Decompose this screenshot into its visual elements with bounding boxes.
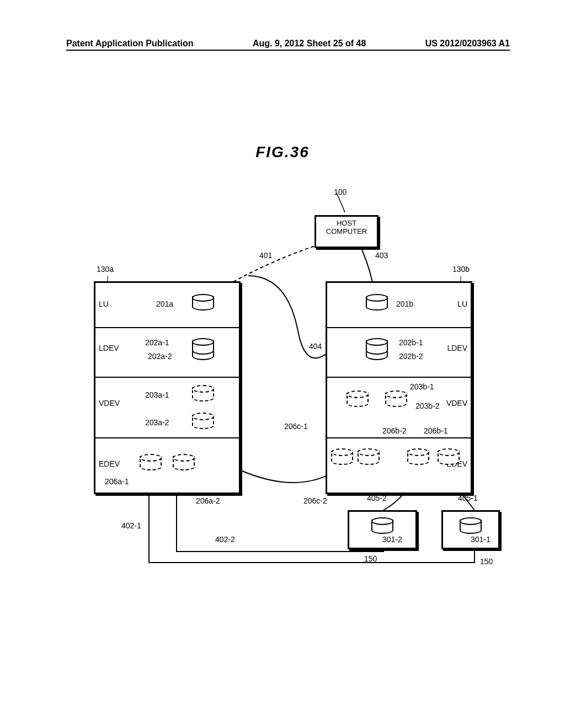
row-ldev-b: LDEV [447,344,467,352]
row-lu-a: LU [99,299,109,308]
storage-a: LU LDEV VDEV EDEV 201a 202a-1 202a-2 203… [94,281,241,494]
ext-box-1: 301-2 [348,510,417,549]
ref-130a: 130a [97,265,114,274]
ref-201b: 201b [396,299,413,308]
cyl-203a-1 [192,385,214,402]
ref-206b-1: 206b-1 [424,426,448,435]
ref-201a: 201a [156,299,173,308]
cyl-201a [192,294,214,311]
ext-box-2: 301-1 [441,510,500,549]
ref-401: 401 [259,251,272,260]
header-center: Aug. 9, 2012 Sheet 25 of 48 [253,39,366,49]
header-left: Patent Application Publication [66,39,194,49]
ref-202a-2: 202a-2 [148,352,172,361]
page-header: Patent Application Publication Aug. 9, 2… [66,50,510,61]
cyl-206a-2 [173,454,195,470]
cyl-206c-2 [358,448,380,465]
cyl-301-1 [460,517,482,534]
cyl-301-2 [371,517,393,534]
cyl-201b [366,294,388,311]
ref-402-2: 402-2 [215,535,235,544]
ref-402-1: 402-1 [121,521,141,530]
cyl-206b-1 [438,448,460,465]
header-right: US 2012/0203963 A1 [425,39,510,49]
ref-206c-2: 206c-2 [303,496,327,505]
ref-404: 404 [309,342,322,351]
ref-405-1: 405-1 [458,494,478,502]
ref-301-2: 301-2 [382,535,402,544]
diagram: 100 HOST COMPUTER 401 403 404 130a LU LD… [77,188,497,585]
figure-title: FIG.36 [0,143,565,161]
cyl-203b-2 [385,390,407,407]
host-box: HOST COMPUTER [315,215,379,248]
ref-202b-2: 202b-2 [399,352,423,361]
ref-203b-1: 203b-1 [410,382,434,391]
cyl-206b-2 [407,448,429,465]
ref-206c-1: 206c-1 [284,422,308,431]
ref-206b-2: 206b-2 [382,426,407,435]
row-edev-a: EDEV [99,459,120,468]
ref-206a-2: 206a-2 [196,496,220,505]
cyl-203b-1 [347,390,369,407]
ref-203a-2: 203a-2 [145,418,169,427]
ref-203b-2: 203b-2 [415,402,440,410]
ref-host: 100 [334,188,347,196]
ref-301-1: 301-1 [471,535,491,544]
row-ldev-a: LDEV [99,344,119,352]
ref-150-1: 150 [364,554,377,563]
cyl-206a-1 [140,454,162,470]
host-label: HOST COMPUTER [316,219,377,235]
row-lu-b: LU [457,299,467,308]
row-vdev-a: VDEV [99,399,120,408]
ref-405-2: 405-2 [367,494,387,502]
ref-150-2: 150 [480,557,493,566]
ref-206a-1: 206a-1 [105,477,129,486]
cyl-202a [192,338,214,361]
cyl-206c-1 [331,448,353,465]
ref-202b-1: 202b-1 [399,338,423,347]
storage-b: LU LDEV VDEV EDEV 201b 202b-1 202b-2 203… [326,281,472,494]
ref-203a-1: 203a-1 [145,390,169,399]
ref-130b: 130b [452,265,470,274]
cyl-202b [366,338,388,361]
row-vdev-b: VDEV [446,399,467,408]
ref-403: 403 [375,251,388,260]
ref-202a-1: 202a-1 [145,338,169,347]
cyl-203a-2 [192,413,214,429]
